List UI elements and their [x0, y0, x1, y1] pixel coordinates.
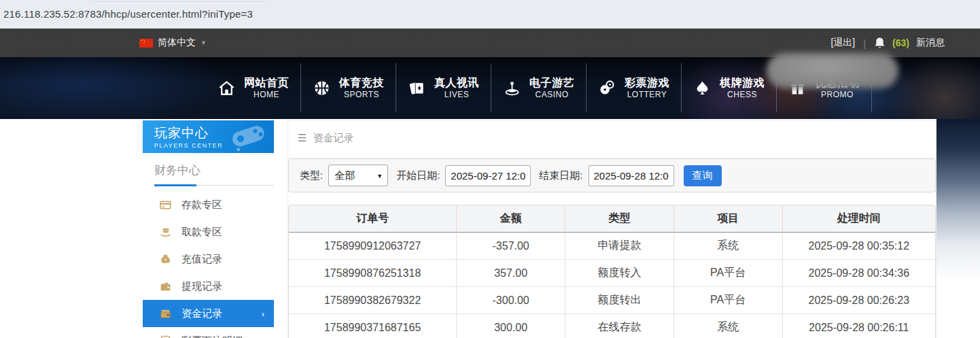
sidebar-item-recharge-records[interactable]: ¥ 充值记录: [143, 246, 274, 273]
nav-label-zh: 彩票游戏: [625, 76, 669, 90]
nav-item-lottery[interactable]: 彩票游戏LOTTERY: [587, 63, 682, 112]
language-caret-icon: ▼: [200, 39, 207, 46]
type-label: 类型:: [300, 169, 323, 182]
nav-item-chess[interactable]: 棋牌游戏CHESS: [682, 63, 777, 112]
cell-amount: 300.00: [457, 314, 565, 338]
content-panel: ☰ 资金记录 类型: 全部 ▼ 开始日期: 结束日期: 查询 订单号: [287, 120, 937, 338]
table-header-row: 订单号 金额 类型 项目 处理时间: [289, 205, 935, 233]
cell-order-no: 1758990371687165: [289, 314, 457, 338]
sidebar-section-title: 财务中心: [154, 163, 274, 185]
table-row: 1758990382679322 -300.00 额度转出 PA平台 2025-…: [289, 287, 935, 314]
cell-project: 系统: [674, 314, 783, 338]
select-caret-icon: ▼: [377, 173, 383, 180]
cell-process-time: 2025-09-28 00:34:36: [783, 260, 935, 287]
table-row: 1758990912063727 -357.00 申请提款 系统 2025-09…: [289, 233, 935, 260]
sidebar-item-lottery-bet-details[interactable]: 彩票下注明细: [143, 327, 274, 338]
sidebar-item-funds-records[interactable]: 资金记录 ›: [143, 300, 274, 327]
chevron-right-icon: ›: [262, 309, 264, 319]
nav-item-lives[interactable]: 真人视讯LIVES: [396, 63, 491, 112]
cell-order-no: 1758990912063727: [289, 233, 457, 260]
cell-project: PA平台: [674, 260, 783, 287]
cell-type: 额度转出: [565, 287, 674, 314]
cell-type: 申请提款: [565, 233, 674, 260]
nav-label-en: SPORTS: [344, 90, 379, 100]
col-order-no: 订单号: [289, 205, 457, 233]
funds-table: 订单号 金额 类型 项目 处理时间 1758990912063727 -357.…: [288, 205, 936, 338]
language-selector[interactable]: 简体中文 ▼: [139, 29, 207, 57]
type-select-value: 全部: [334, 169, 355, 182]
col-amount: 金额: [457, 205, 565, 233]
sidebar-item-label: 存款专区: [181, 199, 222, 212]
table-container: 订单号 金额 类型 项目 处理时间 1758990912063727 -357.…: [288, 205, 936, 338]
china-flag-icon: [139, 39, 153, 48]
sidebar-item-label: 资金记录: [181, 307, 222, 320]
nav-label-zh: 网站首页: [244, 76, 289, 90]
col-project: 项目: [674, 205, 783, 233]
cell-process-time: 2025-09-28 00:26:11: [783, 314, 935, 338]
cell-amount: -300.00: [457, 287, 565, 314]
cell-order-no: 1758990876251318: [289, 260, 457, 287]
sidebar-item-deposit-zone[interactable]: 存款专区: [143, 191, 274, 218]
nav-label-en: PROMO: [821, 90, 854, 100]
lottery-balls-icon: [598, 79, 616, 97]
cell-process-time: 2025-09-28 00:35:12: [783, 233, 935, 260]
playing-cards-icon: [408, 79, 426, 97]
nav-label-en: LIVES: [444, 90, 470, 100]
nav-label-zh: 电子游艺: [529, 76, 574, 90]
cell-type: 在线存款: [565, 314, 674, 338]
nav-label-zh: 棋牌游戏: [720, 76, 765, 90]
language-label: 简体中文: [158, 37, 196, 49]
table-row: 1758990876251318 357.00 额度转入 PA平台 2025-0…: [289, 260, 935, 287]
nav-label-en: CASINO: [535, 90, 568, 100]
sidebar-item-label: 充值记录: [181, 253, 222, 266]
cell-process-time: 2025-09-28 00:26:23: [783, 287, 935, 314]
logout-link[interactable]: [退出]: [830, 37, 855, 49]
nav-item-casino[interactable]: 电子游艺CASINO: [491, 63, 587, 112]
nav-item-sports[interactable]: 体育竞技SPORTS: [301, 63, 396, 112]
list-icon: [160, 335, 171, 338]
deposit-card-icon: [160, 199, 171, 211]
col-process-time: 处理时间: [783, 205, 935, 233]
sidebar: 玩家中心 PLAYERS CENTER 财务中心 存款专区: [143, 120, 274, 338]
content-header: ☰ 资金记录: [288, 121, 936, 158]
cell-project: PA平台: [674, 287, 783, 314]
message-count[interactable]: (63): [892, 37, 909, 48]
start-date-label: 开始日期:: [396, 169, 440, 182]
nav-label-en: CHESS: [727, 90, 757, 100]
nav-label-zh: 体育竞技: [339, 76, 384, 90]
hamburger-icon: ☰: [298, 132, 307, 144]
type-select[interactable]: 全部 ▼: [328, 165, 388, 186]
hand-coins-icon: [160, 226, 171, 238]
end-date-input[interactable]: [589, 165, 674, 186]
nav-item-home[interactable]: 网站首页HOME: [206, 63, 301, 112]
banner-fade: [937, 119, 980, 282]
cell-amount: -357.00: [457, 233, 565, 260]
top-bar: 简体中文 ▼ ▼ [退出] | (63) 新消息: [0, 29, 980, 57]
user-menu-caret-icon[interactable]: ▼: [828, 69, 835, 75]
sidebar-header: 玩家中心 PLAYERS CENTER: [143, 120, 274, 153]
section-divider: [154, 185, 274, 186]
cell-type: 额度转入: [565, 260, 674, 287]
browser-url-bar[interactable]: 216.118.235.52:8783/hhcp/usercenter.html…: [0, 0, 980, 29]
nav-label-en: HOME: [253, 90, 279, 100]
table-row: 1758990371687165 300.00 在线存款 系统 2025-09-…: [289, 314, 935, 338]
browser-tab-edge: [90, 0, 266, 1]
cell-project: 系统: [674, 233, 783, 260]
nav-label-en: LOTTERY: [627, 90, 667, 100]
end-date-label: 结束日期:: [539, 169, 582, 182]
money-bag-icon: ¥: [160, 254, 171, 265]
search-button[interactable]: 查询: [684, 165, 722, 186]
cell-amount: 357.00: [457, 260, 565, 287]
sidebar-item-withdrawal-records[interactable]: 提现记录: [143, 273, 274, 300]
start-date-input[interactable]: [445, 165, 531, 186]
new-messages-link[interactable]: 新消息: [916, 37, 945, 49]
funds-wallet-icon: [160, 308, 171, 320]
roulette-icon: [503, 79, 521, 97]
bell-icon[interactable]: [874, 37, 886, 50]
cell-order-no: 1758990382679322: [289, 287, 457, 314]
col-type: 类型: [565, 205, 674, 233]
url-text[interactable]: 216.118.235.52:8783/hhcp/usercenter.html…: [3, 8, 253, 20]
page-title: 资金记录: [313, 132, 353, 145]
sidebar-item-withdraw-zone[interactable]: 取款专区: [143, 218, 274, 246]
sidebar-item-label: 提现记录: [181, 280, 222, 293]
